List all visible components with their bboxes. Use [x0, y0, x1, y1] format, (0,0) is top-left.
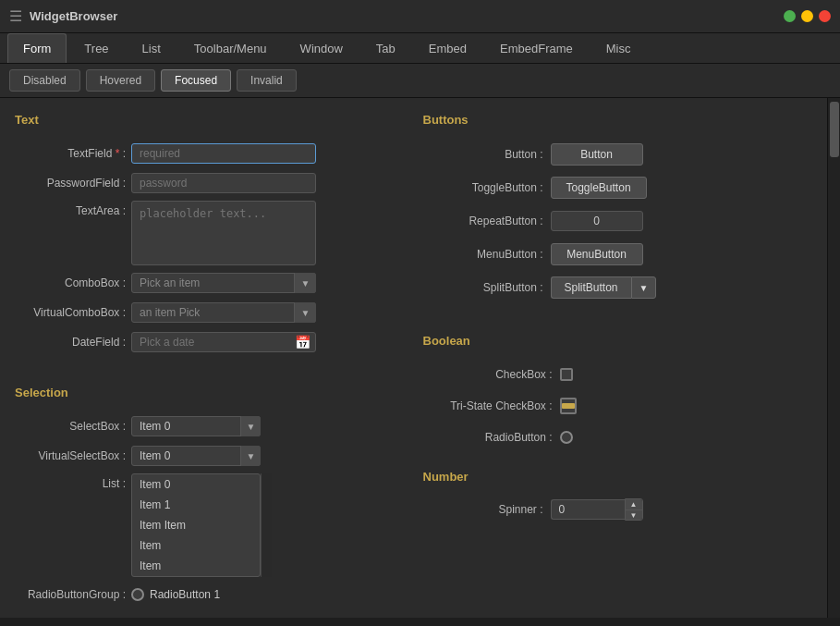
maximize-button[interactable]	[801, 10, 813, 22]
combobox-row: ComboBox : Pick an item ▼	[15, 271, 405, 295]
tab-misc[interactable]: Misc	[590, 33, 647, 63]
scrollbar-thumb[interactable]	[830, 102, 839, 157]
togglebutton-widget[interactable]: ToggleButton	[551, 177, 647, 199]
passwordfield-input[interactable]	[131, 173, 316, 193]
virtual-combobox-wrap: an item Pick ▼	[131, 302, 316, 323]
tab-tab[interactable]: Tab	[360, 33, 411, 63]
list-row: List : Item 0 Item 1 Item Item Item Item	[15, 473, 405, 577]
list-item[interactable]: Item	[132, 556, 260, 576]
list-item[interactable]: Item 0	[132, 474, 260, 495]
main-scrollbar[interactable]	[827, 98, 840, 618]
virtual-combobox-row: VirtualComboBox : an item Pick ▼	[15, 301, 405, 325]
tab-list[interactable]: List	[127, 33, 177, 63]
radio-group-row: RadioButtonGroup : RadioButton 1	[15, 583, 405, 607]
textfield-input[interactable]	[131, 143, 316, 164]
titlebar: ☰ WidgetBrowser	[0, 0, 840, 33]
passwordfield-label: PasswordField :	[15, 177, 126, 190]
boolean-section-title: Boolean	[423, 334, 813, 348]
virtual-combobox-select[interactable]: an item Pick	[131, 302, 316, 323]
selectbox-select[interactable]: Item 0 Item 1 Item 2	[131, 416, 261, 436]
main-content: Text TextField * : PasswordField : TextA…	[0, 98, 840, 618]
list-label: List :	[15, 473, 126, 490]
passwordfield-row: PasswordField :	[15, 171, 405, 195]
tab-toolbar-menu[interactable]: Toolbar/Menu	[178, 33, 283, 63]
datefield-wrap: 📅	[131, 332, 316, 352]
buttons-section-title: Buttons	[423, 113, 813, 127]
invalid-button[interactable]: Invalid	[237, 69, 297, 92]
radio-button-label: RadioButton 1	[150, 588, 220, 601]
radio-group: RadioButton 1	[131, 588, 220, 601]
spinner-row: Spinner : ▲ ▼	[423, 497, 813, 522]
menubutton-row: MenuButton : MenuButton	[423, 241, 813, 267]
list-item[interactable]: Item	[132, 535, 260, 556]
tristate-widget[interactable]	[560, 398, 577, 414]
datefield-input[interactable]	[131, 332, 316, 352]
list-item[interactable]: Item Item	[132, 515, 260, 535]
virtual-selectbox-row: VirtualSelectBox : Item 0 Item 1 Item 2 …	[15, 444, 405, 468]
virtual-combobox-label: VirtualComboBox :	[15, 306, 126, 319]
tab-embed[interactable]: Embed	[413, 33, 482, 63]
disabled-button[interactable]: Disabled	[9, 69, 80, 92]
button-label: Button :	[423, 148, 543, 161]
selectbox-label: SelectBox :	[15, 420, 126, 433]
required-marker: *	[116, 147, 120, 160]
splitbutton-row: SplitButton : SplitButton ▼	[423, 275, 813, 301]
radiobutton-row: RadioButton :	[423, 425, 813, 449]
radiobutton-widget[interactable]	[560, 431, 573, 444]
virtual-selectbox-label: VirtualSelectBox :	[15, 449, 126, 462]
textarea-input[interactable]	[131, 201, 316, 265]
radiobutton-bool-label: RadioButton :	[423, 431, 553, 444]
app-title: WidgetBrowser	[30, 9, 117, 23]
tab-form[interactable]: Form	[7, 33, 67, 63]
splitbutton-main[interactable]: SplitButton	[551, 276, 631, 299]
checkbox-row: CheckBox :	[423, 362, 813, 387]
state-bar: Disabled Hovered Focused Invalid	[0, 64, 840, 98]
selection-section-title: Selection	[15, 386, 405, 399]
repeatbutton-row: RepeatButton :	[423, 208, 813, 234]
list-wrap: Item 0 Item 1 Item Item Item Item	[131, 473, 272, 577]
focused-button[interactable]: Focused	[161, 69, 231, 92]
tristate-label: Tri-State CheckBox :	[423, 399, 553, 412]
selectbox-wrap: Item 0 Item 1 Item 2 ▼	[131, 416, 261, 436]
repeatbutton-value[interactable]	[551, 211, 643, 231]
tab-window[interactable]: Window	[285, 33, 359, 63]
button-widget[interactable]: Button	[551, 143, 643, 166]
list-box[interactable]: Item 0 Item 1 Item Item Item Item	[131, 473, 261, 577]
tristate-dash-icon	[562, 403, 575, 409]
selectbox-row: SelectBox : Item 0 Item 1 Item 2 ▼	[15, 414, 405, 438]
minimize-button[interactable]	[784, 10, 796, 22]
tristate-row: Tri-State CheckBox :	[423, 394, 813, 418]
radio-button-icon[interactable]	[131, 588, 144, 601]
combobox-label: ComboBox :	[15, 276, 126, 289]
close-button[interactable]	[819, 10, 831, 22]
checkbox-widget[interactable]	[560, 368, 573, 381]
splitbutton-arrow[interactable]: ▼	[631, 276, 657, 299]
togglebutton-row: ToggleButton : ToggleButton	[423, 175, 813, 201]
spinner-up-button[interactable]: ▲	[626, 499, 642, 509]
combobox-wrap: Pick an item ▼	[131, 273, 316, 293]
spinner-buttons: ▲ ▼	[625, 498, 643, 521]
text-section-title: Text	[15, 113, 405, 127]
menubutton-widget[interactable]: MenuButton	[551, 243, 643, 265]
tab-tree[interactable]: Tree	[68, 33, 124, 63]
textarea-row: TextArea :	[15, 201, 405, 265]
virtual-selectbox-select[interactable]: Item 0 Item 1 Item 2	[131, 446, 261, 466]
spinner-down-button[interactable]: ▼	[626, 509, 642, 520]
right-column: Buttons Button : Button ToggleButton : T…	[423, 113, 813, 607]
spinner-wrap: ▲ ▼	[551, 498, 643, 521]
list-scrollbar[interactable]	[261, 473, 272, 577]
scroll-area: Text TextField * : PasswordField : TextA…	[0, 98, 827, 618]
textarea-label: TextArea :	[15, 201, 126, 217]
combobox-select[interactable]: Pick an item	[131, 273, 316, 293]
spinner-input[interactable]	[551, 499, 625, 520]
textfield-row: TextField * :	[15, 141, 405, 166]
menu-icon[interactable]: ☰	[9, 7, 22, 25]
list-item[interactable]: Item 1	[132, 495, 260, 515]
window-controls	[784, 10, 831, 22]
number-section-title: Number	[423, 470, 813, 484]
hovered-button[interactable]: Hovered	[86, 69, 155, 92]
datefield-label: DateField :	[15, 336, 126, 349]
button-row: Button : Button	[423, 141, 813, 167]
spinner-label: Spinner :	[423, 503, 543, 516]
tab-embedframe[interactable]: EmbedFrame	[484, 33, 589, 63]
